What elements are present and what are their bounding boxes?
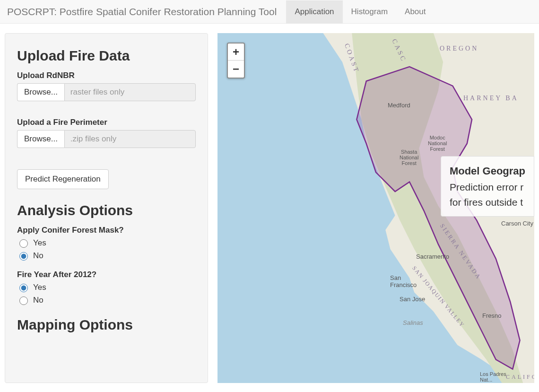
rdnbr-file-display[interactable]: raster files only xyxy=(64,83,196,101)
app-title: POSCRPT: Postfire Spatial Conifer Restor… xyxy=(7,6,277,17)
conifer-no-row: No xyxy=(17,251,196,261)
main-content: Upload Fire Data Upload RdNBR Browse... … xyxy=(0,24,539,392)
map-city-salinas: Salinas xyxy=(403,319,423,326)
conifer-mask-label: Apply Conifer Forest Mask? xyxy=(17,226,196,235)
map-city-carson: Carson City xyxy=(501,220,533,227)
nav-tabs: Application Histogram About xyxy=(286,0,434,23)
perimeter-file-input: Browse... .zip files only xyxy=(17,130,196,148)
predict-regeneration-button[interactable]: Predict Regeneration xyxy=(17,169,109,189)
tab-histogram[interactable]: Histogram xyxy=(343,0,396,23)
map-label-oregon: OREGON xyxy=(440,45,478,52)
zoom-out-button[interactable]: − xyxy=(228,61,244,78)
map-container[interactable]: + − OREGON HARNEY BA COAST CASC SIERRA N… xyxy=(217,33,534,383)
conifer-yes-row: Yes xyxy=(17,238,196,248)
rdnbr-label: Upload RdNBR xyxy=(17,71,196,80)
zoom-in-button[interactable]: + xyxy=(228,44,244,61)
map-label-shasta: Shasta National Forest xyxy=(400,149,418,166)
map-city-medford: Medford xyxy=(388,102,410,109)
tab-application[interactable]: Application xyxy=(286,0,342,23)
mapping-heading: Mapping Options xyxy=(17,317,196,333)
fireyear-yes-label[interactable]: Yes xyxy=(33,283,46,292)
map-label-calif: CALIFO xyxy=(506,374,534,381)
sidebar-panel: Upload Fire Data Upload RdNBR Browse... … xyxy=(5,33,208,383)
map-city-lospadres: Los Padres Nat... xyxy=(480,371,506,383)
zoom-control: + − xyxy=(227,43,245,78)
map-city-sj: San Jose xyxy=(400,296,425,303)
map-city-fresno: Fresno xyxy=(482,312,501,319)
perimeter-browse-button[interactable]: Browse... xyxy=(17,130,64,148)
tab-about[interactable]: About xyxy=(396,0,434,23)
map-city-sf: San Francisco xyxy=(390,274,417,288)
conifer-yes-radio[interactable] xyxy=(19,239,28,248)
map-label-modoc: Modoc National Forest xyxy=(428,135,447,152)
fireyear-yes-radio[interactable] xyxy=(19,284,28,292)
info-line1: Prediction error r xyxy=(450,180,525,195)
fireyear-no-radio[interactable] xyxy=(19,296,28,305)
rdnbr-file-input: Browse... raster files only xyxy=(17,83,196,101)
navbar: POSCRPT: Postfire Spatial Conifer Restor… xyxy=(0,0,539,24)
conifer-no-label[interactable]: No xyxy=(33,251,43,261)
map-info-box: Model Geograp Prediction error r for fir… xyxy=(441,156,534,217)
perimeter-file-display[interactable]: .zip files only xyxy=(64,130,196,148)
info-title: Model Geograp xyxy=(450,163,525,179)
info-line2: for fires outside t xyxy=(450,195,525,210)
rdnbr-browse-button[interactable]: Browse... xyxy=(17,83,64,101)
upload-heading: Upload Fire Data xyxy=(17,48,196,64)
perimeter-label: Upload a Fire Perimeter xyxy=(17,118,196,127)
conifer-no-radio[interactable] xyxy=(19,252,28,261)
fireyear-no-label[interactable]: No xyxy=(33,296,43,305)
fireyear-yes-row: Yes xyxy=(17,282,196,292)
fire-year-label: Fire Year After 2012? xyxy=(17,270,196,279)
map-label-harney: HARNEY BA xyxy=(463,95,519,102)
analysis-heading: Analysis Options xyxy=(17,202,196,218)
conifer-yes-label[interactable]: Yes xyxy=(33,238,46,248)
map-city-sacramento: Sacramento xyxy=(416,253,449,260)
fireyear-no-row: No xyxy=(17,295,196,305)
